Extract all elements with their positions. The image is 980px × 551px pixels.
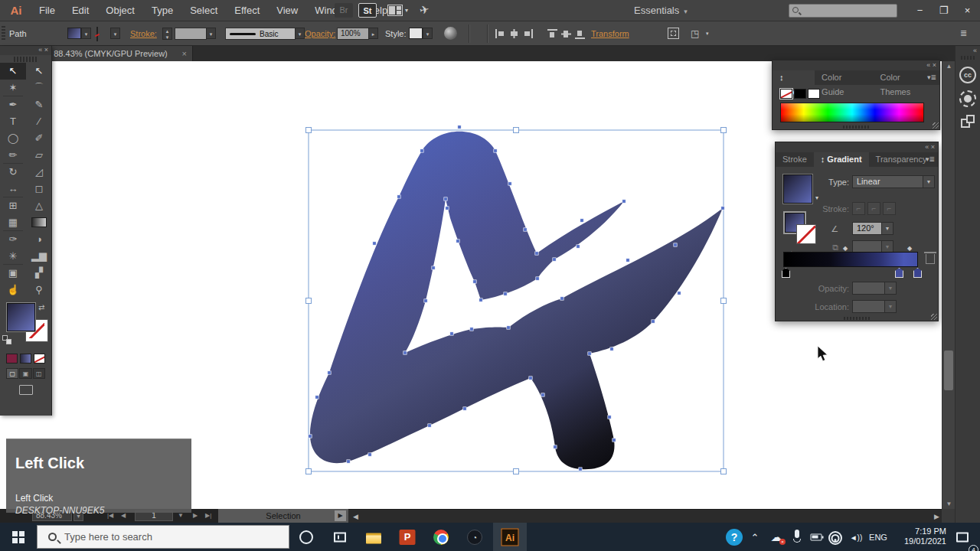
anchor-point[interactable] [463, 407, 466, 410]
eyedropper-tool[interactable]: ✑ [0, 231, 26, 248]
gradient-midpoint-icon[interactable]: ◆ [843, 245, 848, 252]
menu-item-select[interactable]: Select [181, 0, 226, 21]
menu-item-object[interactable]: Object [97, 0, 143, 21]
delete-stop-icon[interactable] [926, 254, 935, 264]
tools-panel-header[interactable]: « × [0, 46, 51, 55]
help-tray-icon[interactable]: ? [723, 523, 746, 551]
recolor-artwork-icon[interactable] [444, 27, 457, 40]
none-swatch[interactable] [780, 89, 792, 99]
obs-icon[interactable]: ◔ [458, 523, 492, 551]
anchor-point[interactable] [507, 326, 510, 329]
bounding-box-handle[interactable] [721, 128, 727, 133]
anchor-point[interactable] [554, 445, 557, 448]
file-explorer-icon[interactable] [357, 523, 390, 551]
stock-button[interactable]: St [358, 3, 377, 18]
zoom-tool[interactable]: ⚲ [26, 282, 52, 298]
microphone-icon[interactable] [789, 523, 805, 551]
menu-item-type[interactable]: Type [143, 0, 181, 21]
anchor-point[interactable] [444, 197, 447, 201]
default-fill-stroke-icon[interactable] [2, 335, 11, 344]
align-top-icon[interactable] [547, 28, 558, 39]
align-bottom-icon[interactable] [574, 28, 586, 39]
color-spectrum-bar[interactable] [780, 103, 924, 122]
anchor-point[interactable] [368, 453, 371, 456]
last-artboard-button[interactable]: ▶| [205, 512, 211, 519]
status-expand-button[interactable]: ▶ [335, 510, 346, 521]
resize-grip[interactable] [933, 122, 939, 129]
anchor-point[interactable] [424, 299, 427, 302]
anchor-point[interactable] [674, 243, 677, 246]
draw-mode-0[interactable]: ▢ [6, 368, 18, 379]
gradient-tool[interactable] [26, 214, 52, 231]
gradient-stop-black[interactable] [782, 268, 790, 278]
battery-icon[interactable] [807, 523, 825, 551]
fill-caret-button[interactable]: ▾ [81, 28, 91, 39]
anchor-point[interactable] [612, 439, 616, 442]
fill-proxy[interactable] [7, 303, 35, 331]
column-graph-tool[interactable]: ▂▆ [26, 248, 52, 265]
close-button[interactable]: × [956, 0, 979, 21]
anchor-point[interactable] [580, 219, 583, 222]
align-middle-v-icon[interactable] [560, 28, 572, 39]
color-themes-icon[interactable] [959, 90, 976, 107]
panel-grip[interactable] [844, 317, 870, 320]
anchor-point[interactable] [420, 149, 423, 152]
anchor-point[interactable] [450, 332, 453, 335]
tab-stroke[interactable]: Stroke [776, 152, 814, 167]
blend-tool[interactable]: ◑ [26, 231, 52, 248]
illustrator-taskbar-icon[interactable]: Ai [493, 523, 527, 551]
tab-gradient[interactable]: ↕ Gradient [814, 152, 869, 167]
gradient-button[interactable] [20, 354, 31, 364]
anchor-point[interactable] [608, 416, 611, 419]
anchor-point[interactable] [652, 320, 655, 323]
direct-selection-tool[interactable]: ↖ [26, 63, 52, 80]
panel-grip[interactable] [14, 57, 38, 62]
anchor-point[interactable] [309, 435, 312, 438]
start-button[interactable] [0, 523, 37, 551]
artboard-caret[interactable]: ▼ [178, 512, 184, 519]
align-center-h-icon[interactable] [508, 28, 520, 39]
stroke-caret-button[interactable]: ▾ [110, 28, 120, 39]
bounding-box-handle[interactable] [306, 298, 312, 304]
anchor-point[interactable] [432, 266, 435, 269]
tab-color[interactable]: ↕ Color [773, 70, 815, 85]
anchor-point[interactable] [622, 200, 626, 203]
anchor-point[interactable] [473, 280, 476, 283]
anchor-point[interactable] [458, 126, 461, 129]
anchor-point[interactable] [524, 228, 527, 231]
minimize-button[interactable]: − [908, 0, 932, 21]
share-icon[interactable]: ✈ [418, 2, 430, 18]
slice-tool[interactable]: ▞ [26, 265, 52, 282]
chevron-down-icon[interactable]: ▾ [405, 7, 408, 14]
close-icon[interactable]: × [933, 61, 936, 69]
hand-tool[interactable]: ☝ [0, 282, 26, 298]
anchor-point[interactable] [347, 460, 350, 463]
bounding-box-handle[interactable] [306, 469, 312, 474]
brush-definition-dropdown[interactable]: Basic [225, 28, 296, 40]
resize-grip[interactable] [931, 314, 937, 320]
language-indicator[interactable]: ENG [867, 523, 890, 551]
prev-artboard-button[interactable]: ◀ [121, 512, 126, 519]
anchor-point[interactable] [397, 195, 400, 198]
fill-color-swatch[interactable] [67, 28, 81, 39]
anchor-point[interactable] [541, 393, 544, 396]
panel-grip[interactable] [961, 56, 975, 60]
vertical-scrollbar[interactable]: ▲ ▼ [942, 61, 955, 509]
anchor-point[interactable] [504, 292, 507, 295]
panel-header[interactable]: « × [776, 142, 938, 152]
none-button[interactable] [34, 354, 45, 364]
onedrive-icon[interactable]: ☁× [766, 523, 787, 551]
draw-mode-1[interactable]: ▣ [19, 368, 31, 379]
shear-icon[interactable]: ◳ [691, 28, 699, 39]
cortana-icon[interactable] [289, 523, 323, 551]
first-artboard-button[interactable]: |◀ [107, 512, 113, 519]
taskbar-search-input[interactable]: Type here to search [37, 525, 289, 549]
eraser-tool[interactable]: ▱ [26, 147, 52, 164]
horizontal-scrollbar[interactable]: ◀ ▶ [348, 509, 955, 523]
scroll-down-icon[interactable]: ▼ [942, 500, 956, 507]
menu-item-file[interactable]: File [31, 0, 64, 21]
bounding-box-handle[interactable] [514, 128, 519, 133]
stroke-weight-caret[interactable]: ▾ [206, 28, 216, 39]
collapse-icon[interactable]: « [38, 46, 42, 54]
anchor-point[interactable] [373, 242, 376, 245]
